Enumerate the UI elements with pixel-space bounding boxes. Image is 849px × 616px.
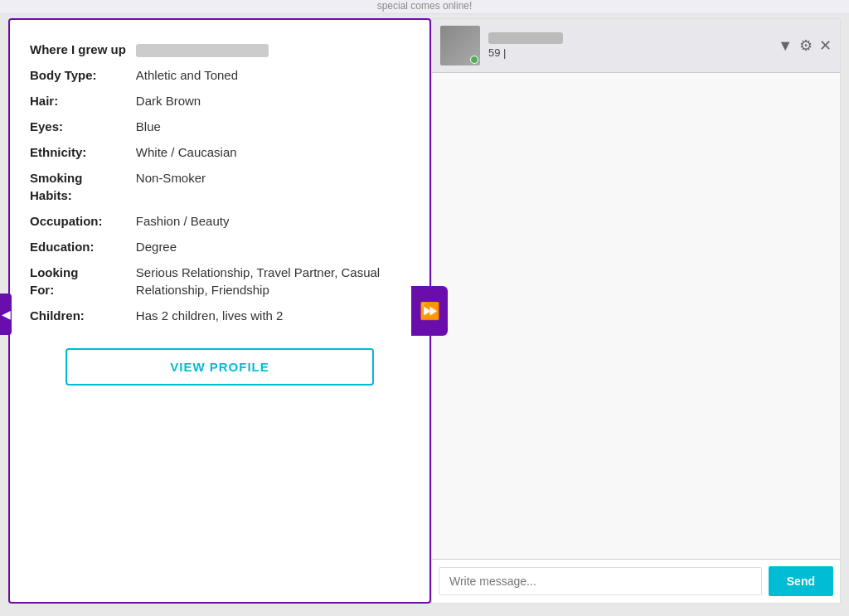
eyes-value: Blue — [133, 114, 413, 139]
table-row-smoking: Smoking Habits: Non-Smoker — [27, 165, 413, 208]
dropdown-button[interactable]: ▼ — [778, 37, 793, 55]
ethnicity-value: White / Caucasian — [133, 139, 413, 165]
chat-body — [432, 73, 840, 559]
chat-header-controls: ▼ ⚙ ✕ — [778, 36, 832, 55]
panel-collapse-button[interactable]: ⏩ — [411, 286, 448, 336]
table-row-where-grew-up: Where I grew up — [27, 36, 413, 62]
where-grew-up-value — [133, 36, 413, 62]
notification-text: special comes online! — [377, 0, 473, 12]
left-collapse-button[interactable]: ◀ — [0, 293, 12, 335]
table-row-hair: Hair: Dark Brown — [27, 88, 413, 114]
ethnicity-label: Ethnicity: — [27, 139, 133, 165]
profile-details: Where I grew up Body Type: Athletic and … — [27, 36, 413, 328]
blurred-username — [488, 32, 563, 44]
table-row-eyes: Eyes: Blue — [27, 114, 413, 139]
looking-for-value: Serious Relationship, Travel Partner, Ca… — [133, 259, 413, 303]
occupation-label: Occupation: — [27, 208, 133, 234]
message-input[interactable] — [439, 567, 762, 595]
chat-header: 59 | ▼ ⚙ ✕ — [432, 19, 840, 73]
children-value: Has 2 children, lives with 2 — [133, 303, 413, 328]
table-row-ethnicity: Ethnicity: White / Caucasian — [27, 139, 413, 165]
chat-user-info: 59 | — [488, 32, 563, 59]
occupation-value: Fashion / Beauty — [133, 208, 413, 234]
chat-input-area: Send — [432, 559, 840, 603]
notification-bar: special comes online! — [0, 0, 849, 14]
table-row-occupation: Occupation: Fashion / Beauty — [27, 208, 413, 234]
table-row-looking-for: LookingFor: Serious Relationship, Travel… — [27, 259, 413, 303]
hair-label: Hair: — [27, 88, 133, 114]
table-row-education: Education: Degree — [27, 234, 413, 259]
body-type-value: Athletic and Toned — [133, 62, 413, 88]
close-chat-button[interactable]: ✕ — [819, 36, 832, 55]
view-profile-button[interactable]: VIEW PROFILE — [65, 348, 375, 386]
hair-value: Dark Brown — [133, 88, 413, 114]
blurred-location — [136, 44, 269, 57]
body-type-label: Body Type: — [27, 62, 133, 88]
chat-panel: 59 | ▼ ⚙ ✕ Send — [431, 18, 841, 604]
left-arrow-icon: ◀ — [2, 308, 11, 321]
table-row-children: Children: Has 2 children, lives with 2 — [27, 303, 413, 328]
profile-panel: Where I grew up Body Type: Athletic and … — [8, 18, 431, 604]
where-grew-up-label: Where I grew up — [27, 36, 133, 62]
children-label: Children: — [27, 303, 133, 328]
online-status-dot — [470, 56, 478, 64]
education-label: Education: — [27, 234, 133, 259]
table-row-body-type: Body Type: Athletic and Toned — [27, 62, 413, 88]
avatar — [440, 26, 480, 65]
collapse-arrows-icon: ⏩ — [420, 303, 440, 319]
chat-age: 59 | — [488, 46, 563, 59]
smoking-value: Non-Smoker — [133, 165, 413, 208]
settings-button[interactable]: ⚙ — [799, 36, 813, 55]
main-container: special comes online! ◀ Where I grew up … — [0, 0, 849, 616]
education-value: Degree — [133, 234, 413, 259]
eyes-label: Eyes: — [27, 114, 133, 139]
smoking-label: Smoking Habits: — [27, 165, 133, 208]
send-button[interactable]: Send — [769, 566, 833, 596]
chat-header-left: 59 | — [440, 26, 563, 65]
looking-for-label: LookingFor: — [27, 259, 133, 303]
